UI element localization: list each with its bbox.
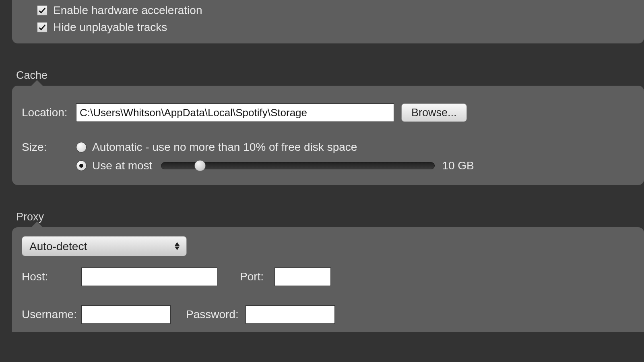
proxy-username-field: Username: — [22, 305, 171, 324]
proxy-title: Proxy — [16, 211, 644, 223]
hide-tracks-row: Hide unplayable tracks — [37, 21, 634, 34]
check-icon — [38, 6, 47, 15]
proxy-host-input[interactable] — [81, 267, 217, 286]
proxy-port-input[interactable] — [275, 267, 331, 286]
proxy-host-label: Host: — [22, 270, 81, 283]
cache-location-label: Location: — [22, 106, 76, 119]
hw-accel-checkbox[interactable] — [37, 5, 47, 16]
cache-size-atmost-label: Use at most — [92, 159, 152, 172]
proxy-pointer-icon — [31, 222, 43, 228]
cache-pointer-icon — [31, 80, 43, 86]
proxy-mode-select[interactable]: Auto-detect — [22, 236, 187, 256]
hw-accel-row: Enable hardware acceleration — [37, 4, 634, 17]
cache-size-row: Size: Automatic - use no more than 10% o… — [22, 131, 634, 181]
proxy-port-field: Port: — [240, 267, 331, 286]
cache-location-row: Location: Browse... — [22, 95, 634, 131]
proxy-password-field: Password: — [186, 305, 335, 324]
hide-tracks-checkbox[interactable] — [37, 22, 47, 33]
cache-size-value: 10 GB — [442, 159, 474, 172]
proxy-username-input[interactable] — [81, 305, 171, 324]
cache-size-radio-group: Automatic - use no more than 10% of free… — [76, 140, 474, 172]
cache-size-atmost-row: Use at most 10 GB — [76, 159, 474, 172]
cache-size-auto-label: Automatic - use no more than 10% of free… — [92, 141, 357, 154]
top-settings-panel: Enable hardware acceleration Hide unplay… — [12, 0, 644, 43]
browse-button[interactable]: Browse... — [401, 103, 467, 122]
proxy-panel: Auto-detect Host: Port: Username: Passwo… — [12, 227, 644, 332]
check-icon — [38, 23, 47, 32]
cache-size-slider[interactable] — [161, 162, 435, 169]
cache-location-input[interactable] — [76, 103, 394, 122]
proxy-username-label: Username: — [22, 308, 81, 321]
cache-title: Cache — [16, 69, 644, 82]
cache-size-atmost-radio[interactable] — [76, 160, 87, 171]
proxy-password-input[interactable] — [246, 305, 335, 324]
cache-size-label: Size: — [22, 140, 76, 154]
cache-size-slider-wrap: 10 GB — [161, 159, 474, 172]
slider-thumb-icon[interactable] — [194, 160, 206, 171]
cache-panel: Location: Browse... Size: Automatic - us… — [12, 86, 644, 185]
proxy-port-label: Port: — [240, 270, 275, 283]
hide-tracks-label: Hide unplayable tracks — [53, 21, 167, 34]
proxy-password-label: Password: — [186, 308, 246, 321]
hw-accel-label: Enable hardware acceleration — [53, 4, 202, 17]
cache-size-auto-row: Automatic - use no more than 10% of free… — [76, 141, 474, 154]
proxy-fields: Host: Port: Username: Password: — [22, 267, 634, 324]
proxy-mode-wrap: Auto-detect — [22, 236, 187, 256]
cache-size-auto-radio[interactable] — [76, 142, 87, 152]
proxy-host-field: Host: — [22, 267, 217, 286]
